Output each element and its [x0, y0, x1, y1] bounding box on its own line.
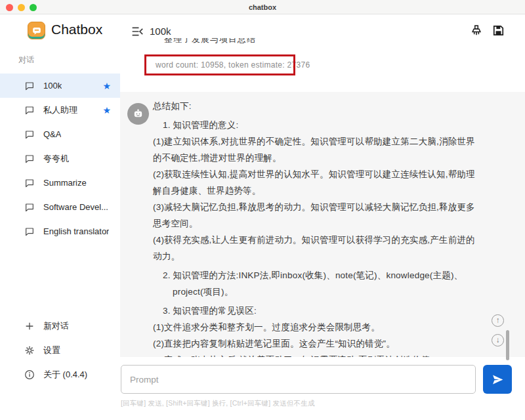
conversation-label: 100k	[43, 81, 62, 91]
footer-item-label: 新对话	[43, 320, 69, 332]
sidebar-item-summarize[interactable]: Summarize	[0, 171, 120, 195]
zoom-window-button[interactable]	[30, 4, 37, 11]
sidebar-item-kuakuaji[interactable]: 夸夸机	[0, 146, 120, 171]
chat-bubble-icon	[24, 105, 35, 116]
plus-icon	[24, 321, 35, 331]
clean-messages-icon[interactable]	[470, 24, 483, 37]
app-name: Chatbox	[51, 22, 102, 37]
sidebar-item-100k[interactable]: 100k ★	[0, 74, 120, 98]
chat-bubble-icon	[24, 226, 35, 237]
scrollbar-thumb[interactable]	[506, 330, 509, 360]
conversation-label: Summarize	[43, 178, 87, 188]
assistant-message: 总结如下: 1. 知识管理的意义: (1)建立知识体系,对抗世界的不确定性。知识…	[120, 92, 525, 357]
clipped-message-line: 整理了发展与项目总结	[164, 38, 335, 47]
conversation-title: 100k	[150, 26, 171, 37]
window-controls	[6, 4, 37, 11]
message-text: 总结如下: 1. 知识管理的意义: (1)建立知识体系,对抗世界的不确定性。知识…	[153, 98, 479, 357]
message-paragraph: 1. 知识管理的意义:	[153, 117, 479, 133]
save-icon[interactable]	[492, 24, 505, 37]
minimize-window-button[interactable]	[18, 4, 25, 11]
sidebar-footer: 新对话 设置 关于 (0.4.4)	[0, 314, 120, 387]
chat-bubble-icon	[24, 178, 35, 188]
message-paragraph: (2)直接把内容复制粘贴进笔记里面。这会产生“知识的错觉”。	[153, 335, 479, 352]
message-paragraph: (1)建立知识体系,对抗世界的不确定性。知识管理可以帮助建立第二大脑,消除世界的…	[153, 133, 479, 166]
collapse-sidebar-icon[interactable]	[131, 26, 144, 37]
arrow-up-icon: ↑	[496, 316, 500, 325]
star-icon[interactable]: ★	[102, 106, 111, 115]
scroll-to-bottom-button[interactable]: ↓	[492, 334, 504, 346]
settings-button[interactable]: 设置	[0, 338, 120, 362]
star-icon[interactable]: ★	[102, 81, 111, 91]
footer-item-label: 设置	[43, 345, 60, 356]
footer-item-label: 关于 (0.4.4)	[43, 369, 87, 381]
assistant-avatar	[127, 103, 149, 125]
sidebar-item-private-assistant[interactable]: 私人助理 ★	[0, 98, 120, 122]
arrow-down-icon: ↓	[496, 335, 500, 345]
conversation-list: 100k ★ 私人助理 ★ Q&A 夸夸机 Summarize Software…	[0, 74, 120, 243]
new-conversation-button[interactable]: 新对话	[0, 314, 120, 338]
chat-bubble-icon	[24, 129, 35, 140]
conversation-label: Q&A	[43, 129, 61, 139]
message-paragraph: (3)完成一张卡片之后,就放着不动了。知识需要流动,否则无法创造价值。	[153, 352, 479, 357]
message-paragraph: 总结如下:	[153, 98, 479, 114]
conversation-label: 夸夸机	[43, 153, 69, 165]
message-paragraph: 2. 知识管理的方法:INKP法,即inbox(收集)、note(笔记)、kno…	[153, 267, 479, 300]
word-count-line: word count: 10958, token estimate: 27376	[156, 60, 310, 70]
conversation-label: English translator	[43, 226, 109, 236]
chatbox-logo-icon	[28, 22, 45, 39]
send-button[interactable]	[483, 365, 512, 394]
robot-icon	[131, 107, 145, 121]
conversation-label: 私人助理	[43, 104, 77, 116]
message-paragraph: 3. 知识管理的常见误区:	[153, 303, 479, 319]
message-paragraph: (1)文件追求分类和整齐划一。过度追求分类会限制思考。	[153, 319, 479, 335]
scroll-to-top-button[interactable]: ↑	[492, 314, 504, 327]
prompt-input[interactable]	[121, 365, 476, 394]
close-window-button[interactable]	[6, 4, 13, 11]
conversation-label: Software Devel...	[43, 202, 108, 212]
info-icon	[24, 369, 35, 380]
message-paragraph: (2)获取连续性认知,提高对世界的认知水平。知识管理可以建立连续性认知,帮助理解…	[153, 166, 479, 199]
sidebar-item-software-developer[interactable]: Software Devel...	[0, 195, 120, 219]
chat-bubble-icon	[24, 81, 35, 91]
sidebar-section-label: 对话	[18, 54, 34, 66]
message-paragraph: (4)获得充实感,让人生更有前进动力。知识管理可以获得学习的充实感,产生前进的动…	[153, 232, 479, 264]
chat-bubble-icon	[24, 202, 35, 213]
send-icon	[491, 373, 505, 387]
window-title: chatbox	[249, 3, 276, 11]
gear-icon	[24, 345, 35, 356]
about-button[interactable]: 关于 (0.4.4)	[0, 362, 120, 387]
keyboard-hint: [回车键] 发送, [Shift+回车键] 换行, [Ctrl+回车键] 发送但…	[121, 399, 315, 408]
message-paragraph: (3)减轻大脑记忆负担,释放思考的动力。知识管理可以减轻大脑记忆负担,释放更多思…	[153, 199, 479, 232]
chat-bubble-icon	[24, 154, 35, 164]
macos-titlebar: chatbox	[0, 0, 525, 14]
sidebar-item-qa[interactable]: Q&A	[0, 122, 120, 146]
sidebar-item-english-translator[interactable]: English translator	[0, 219, 120, 243]
